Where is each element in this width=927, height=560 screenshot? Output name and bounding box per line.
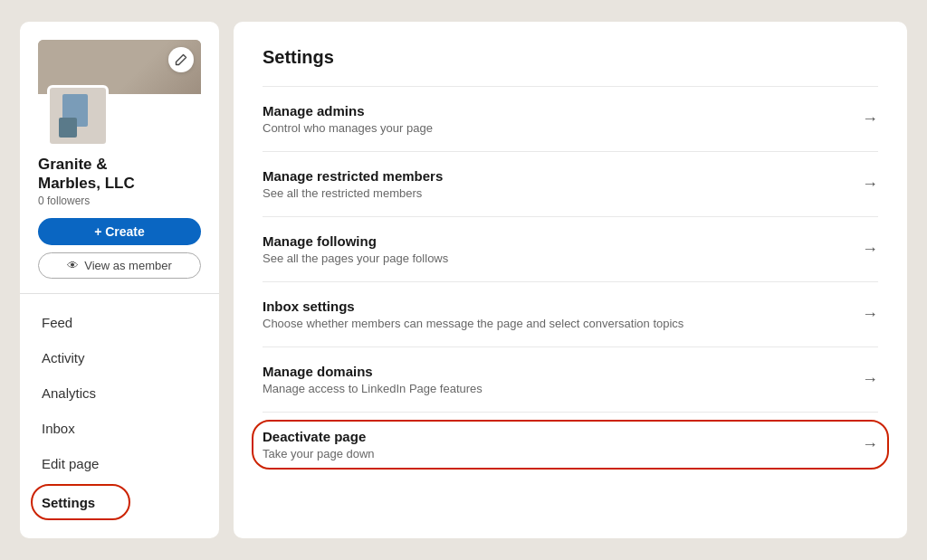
arrow-icon: →: [862, 175, 878, 194]
followers-count: 0 followers: [38, 195, 201, 207]
page-title: Settings: [263, 47, 878, 68]
manage-admins-title: Manage admins: [263, 103, 847, 119]
deactivate-page-title: Deactivate page: [263, 429, 847, 444]
company-logo: [47, 85, 109, 147]
create-button[interactable]: + Create: [38, 218, 201, 245]
inbox-settings-desc: Choose whether members can message the p…: [263, 317, 847, 330]
inbox-settings-title: Inbox settings: [263, 299, 847, 314]
sidebar-item-analytics[interactable]: Analytics: [20, 375, 219, 411]
settings-item-manage-admins[interactable]: Manage admins Control who manages your p…: [263, 86, 878, 152]
settings-item-manage-domains[interactable]: Manage domains Manage access to LinkedIn…: [263, 347, 878, 413]
sidebar-profile: Granite & Marbles, LLC 0 followers + Cre…: [20, 40, 219, 294]
sidebar: Granite & Marbles, LLC 0 followers + Cre…: [20, 22, 219, 538]
manage-restricted-desc: See all the restricted members: [263, 186, 847, 200]
arrow-icon: →: [862, 109, 878, 128]
main-panel: Settings Manage admins Control who manag…: [234, 22, 907, 538]
view-as-member-label: View as member: [84, 259, 172, 272]
sidebar-item-inbox[interactable]: Inbox: [20, 411, 219, 446]
sidebar-nav: Feed Activity Analytics Inbox Edit page …: [20, 294, 219, 520]
arrow-icon: →: [862, 240, 878, 259]
sidebar-item-feed[interactable]: Feed: [20, 305, 219, 340]
settings-list: Manage admins Control who manages your p…: [263, 86, 878, 477]
settings-item-manage-following[interactable]: Manage following See all the pages your …: [263, 217, 878, 282]
company-name: Granite & Marbles, LLC: [38, 156, 201, 193]
manage-domains-desc: Manage access to LinkedIn Page features: [263, 382, 847, 395]
deactivate-page-desc: Take your page down: [263, 447, 847, 460]
arrow-icon: →: [862, 370, 878, 389]
eye-icon: 👁: [67, 259, 79, 272]
edit-profile-icon-button[interactable]: [168, 47, 194, 72]
view-as-member-button[interactable]: 👁 View as member: [38, 252, 201, 279]
manage-domains-title: Manage domains: [263, 364, 847, 379]
manage-restricted-title: Manage restricted members: [263, 168, 847, 184]
sidebar-item-activity[interactable]: Activity: [20, 340, 219, 375]
settings-label: Settings: [42, 495, 95, 510]
settings-item-inbox-settings[interactable]: Inbox settings Choose whether members ca…: [263, 282, 878, 347]
sidebar-item-settings[interactable]: Settings: [20, 485, 219, 520]
manage-following-desc: See all the pages your page follows: [263, 252, 847, 265]
arrow-icon: →: [862, 435, 878, 454]
settings-item-manage-restricted[interactable]: Manage restricted members See all the re…: [263, 152, 878, 217]
settings-item-deactivate-page[interactable]: Deactivate page Take your page down →: [263, 413, 878, 477]
sidebar-item-edit-page[interactable]: Edit page: [20, 446, 219, 481]
manage-admins-desc: Control who manages your page: [263, 121, 847, 135]
logo-block-small: [59, 118, 77, 138]
manage-following-title: Manage following: [263, 233, 847, 249]
arrow-icon: →: [862, 305, 878, 324]
